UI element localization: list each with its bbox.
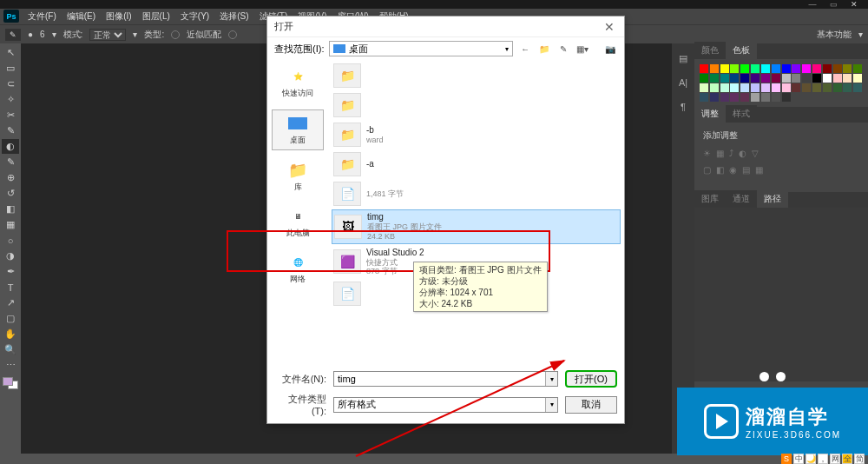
swatch-color[interactable] [720, 74, 729, 83]
swatch-color[interactable] [792, 83, 800, 92]
swatch-color[interactable] [812, 83, 821, 92]
dialog-close-icon[interactable]: ✕ [602, 19, 617, 35]
vibrance-icon[interactable]: ▽ [752, 149, 759, 158]
place-thispc[interactable]: 🖥 此电脑 [272, 203, 324, 242]
swatch-color[interactable] [710, 64, 719, 73]
pen-tool-icon[interactable]: ✒ [2, 264, 19, 279]
move-tool-icon[interactable]: ↖ [2, 45, 19, 60]
tab-adjustments[interactable]: 调整 [694, 105, 726, 123]
place-quickaccess[interactable]: ⭐ 快速访问 [272, 63, 324, 103]
swatch-color[interactable] [782, 64, 791, 73]
levels-icon[interactable]: ▦ [716, 149, 724, 158]
file-item[interactable]: 🖼 timg 看图王 JPG 图片文件 24.2 KB [332, 209, 621, 244]
mode-select[interactable]: 正常 [89, 29, 126, 41]
radio-2[interactable] [228, 30, 237, 39]
swatch-color[interactable] [710, 83, 719, 92]
swatch-color[interactable] [812, 64, 821, 73]
brush-tool-icon[interactable]: ✎ [2, 155, 19, 169]
file-item[interactable]: 📄 1,481 字节 [332, 180, 621, 208]
filename-dropdown-icon[interactable]: ▾ [545, 372, 557, 386]
swatch-color[interactable] [761, 93, 770, 102]
open-button[interactable]: 打开(O) [565, 370, 617, 388]
swatch-color[interactable] [720, 83, 729, 92]
type-tool-icon[interactable]: T [2, 280, 19, 295]
swatch-color[interactable] [802, 64, 811, 73]
tray-icon[interactable]: 中 [793, 454, 804, 464]
swatch-color[interactable] [833, 74, 842, 83]
maximize-button[interactable]: ▭ [823, 0, 844, 9]
file-item[interactable]: 📁 [332, 91, 621, 119]
swatch-color[interactable] [761, 64, 770, 73]
swatch-color[interactable] [802, 83, 811, 92]
swatch-color[interactable] [823, 64, 832, 73]
healing-tool-icon[interactable]: ◐ [2, 139, 19, 154]
tab-color[interactable]: 颜色 [694, 42, 726, 59]
swatch-color[interactable] [792, 74, 800, 83]
brush-size[interactable]: 6 [40, 30, 45, 39]
lasso-tool-icon[interactable]: ⊂ [2, 76, 19, 91]
swatch-color[interactable] [751, 83, 760, 92]
swatch-color[interactable] [720, 93, 729, 102]
hue-icon[interactable]: ▢ [703, 165, 711, 175]
swatch-color[interactable] [782, 74, 791, 83]
menu-type[interactable]: 文字(Y) [177, 9, 213, 24]
exposure-icon[interactable]: ◐ [739, 149, 746, 158]
up-icon[interactable]: 📁 [537, 42, 551, 56]
swatch-color[interactable] [740, 74, 749, 83]
workspace-select[interactable]: 基本功能 [817, 29, 852, 41]
swatch-color[interactable] [700, 93, 708, 102]
eraser-tool-icon[interactable]: ◧ [2, 202, 19, 216]
camera-icon[interactable]: 📷 [603, 42, 617, 56]
swatch-color[interactable] [853, 83, 862, 92]
char-panel-icon[interactable]: A| [675, 75, 691, 90]
history-panel-icon[interactable]: ▤ [675, 50, 691, 66]
marquee-tool-icon[interactable]: ▭ [2, 61, 19, 76]
place-network[interactable]: 🌐 网络 [272, 249, 324, 288]
swatch-color[interactable] [772, 83, 780, 92]
tray-icon[interactable]: S [781, 454, 792, 464]
swatch-color[interactable] [700, 74, 708, 83]
tab-channels[interactable]: 通道 [726, 190, 757, 208]
shape-tool-icon[interactable]: ▢ [2, 311, 19, 326]
cancel-button[interactable]: 取消 [565, 396, 617, 414]
swatch-color[interactable] [772, 74, 780, 83]
file-item[interactable]: 📁 -a [332, 150, 621, 178]
tab-styles[interactable]: 样式 [726, 105, 757, 123]
swatch-color[interactable] [853, 74, 862, 83]
swatch-color[interactable] [751, 64, 760, 73]
eyedropper-tool-icon[interactable]: ✎ [2, 123, 19, 138]
menu-select[interactable]: 选择(S) [216, 9, 252, 24]
views-icon[interactable]: ▦▾ [575, 42, 589, 56]
swatch-color[interactable] [761, 83, 770, 92]
tray-icon[interactable]: 简 [854, 454, 865, 464]
swatch-color[interactable] [710, 74, 719, 83]
swatch-color[interactable] [730, 93, 739, 102]
back-icon[interactable]: ← [518, 42, 532, 56]
brightness-icon[interactable]: ☀ [703, 149, 711, 158]
swatch-color[interactable] [730, 83, 739, 92]
color-swatch[interactable] [3, 377, 18, 389]
swatch-color[interactable] [751, 74, 760, 83]
history-brush-icon[interactable]: ↺ [2, 186, 19, 201]
tab-paths[interactable]: 路径 [757, 190, 788, 208]
swatch-color[interactable] [740, 83, 749, 92]
swatch-color[interactable] [730, 74, 739, 83]
menu-file[interactable]: 文件(F) [24, 9, 60, 24]
filetype-dropdown-icon[interactable]: ▾ [545, 398, 557, 412]
swatch-color[interactable] [843, 74, 852, 83]
place-library[interactable]: 📁 库 [272, 157, 324, 196]
hand-tool-icon[interactable]: ✋ [2, 327, 19, 341]
swatch-color[interactable] [730, 64, 739, 73]
tray-icon[interactable]: 🌙 [806, 454, 816, 464]
minimize-button[interactable]: — [802, 0, 823, 9]
foreground-color[interactable] [3, 377, 13, 386]
swatch-color[interactable] [700, 64, 708, 73]
tray-icon[interactable]: , [818, 454, 828, 464]
lookup-icon[interactable]: ▦ [755, 165, 763, 175]
swatch-color[interactable] [812, 74, 821, 83]
blur-tool-icon[interactable]: ○ [2, 233, 19, 248]
tray-icon[interactable]: 全 [842, 454, 852, 464]
swatch-color[interactable] [740, 64, 749, 73]
lookin-combo[interactable]: 桌面 ▾ [329, 41, 513, 56]
swatch-color[interactable] [843, 64, 852, 73]
